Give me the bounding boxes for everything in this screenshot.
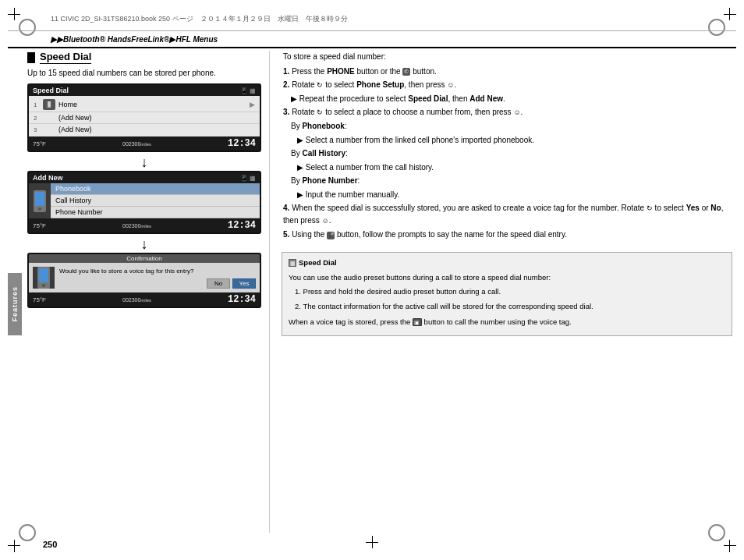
breadcrumb-text: ▶▶Bluetooth® HandsFreeLink®▶HFL Menus bbox=[51, 35, 218, 44]
step4-yes: Yes bbox=[686, 204, 700, 212]
step1-bold: PHONE bbox=[327, 67, 355, 76]
screen3-header: Confirmation bbox=[29, 254, 260, 263]
mic-button-icon: 🎤 bbox=[327, 232, 335, 239]
step3-phonebook-detail: ▶ Select a number from the linked cell p… bbox=[283, 134, 732, 147]
step2-num: 2. bbox=[283, 80, 292, 89]
top-header: 11 CIVIC 2D_SI-31TS86210.book 250 ページ ２０… bbox=[8, 8, 736, 31]
screen1-time: 12:34 bbox=[228, 138, 256, 149]
screen-confirmation: Confirmation Would you like to store a v… bbox=[27, 253, 261, 308]
confirm-yes-button[interactable]: Yes bbox=[232, 278, 256, 289]
step2-sub-add-new: Add New bbox=[469, 94, 503, 103]
screen-speed-dial: Speed Dial 📱 ▦ 1 Home ▶ 2 bbox=[27, 83, 261, 152]
arrow-down-2: ↓ bbox=[27, 237, 261, 251]
step4-no: No bbox=[710, 204, 721, 212]
screen1-row1: 1 Home ▶ bbox=[29, 97, 260, 112]
confirm-no-button[interactable]: No bbox=[207, 278, 230, 289]
voice-button-icon: ▣ bbox=[413, 318, 422, 326]
screen1-miles: 002300miles bbox=[122, 141, 151, 147]
step2-sub: ▶ Repeat the procedure to select Speed D… bbox=[283, 93, 732, 105]
arrow-down-1: ↓ bbox=[27, 155, 261, 169]
screen1-footer: 75°F 002300miles 12:34 bbox=[29, 136, 260, 151]
confirm-buttons: No Yes bbox=[59, 278, 256, 289]
svg-rect-2 bbox=[35, 192, 44, 206]
sidebar-note: ▦ Speed Dial You can use the audio prese… bbox=[282, 252, 732, 336]
step1-text: Press the PHONE button or the ✆ button. bbox=[292, 67, 437, 76]
step3-by-phonebook: By Phonebook: bbox=[283, 120, 732, 133]
step5-num: 5. bbox=[283, 230, 292, 239]
screen2-header: Add New 📱 ▦ bbox=[29, 172, 260, 183]
row1-arrow: ▶ bbox=[250, 101, 255, 108]
row2-label: (Add New) bbox=[43, 114, 255, 122]
right-column: To store a speed dial number: 1. Press t… bbox=[269, 51, 732, 533]
corner-mark-br bbox=[724, 540, 736, 552]
sidebar-note-p1: You can use the audio preset buttons dur… bbox=[289, 272, 725, 283]
screen1-temp: 75°F bbox=[33, 140, 46, 147]
svg-point-3 bbox=[38, 207, 41, 211]
screen2-menu: Phonebook Call History Phone Number bbox=[51, 183, 260, 218]
confirm-text: Would you like to store a voice tag for … bbox=[59, 267, 256, 275]
screen3-body: Would you like to store a voice tag for … bbox=[29, 263, 260, 292]
step4-press-icon: ☺ bbox=[321, 217, 328, 225]
step3-callhistory-detail: ▶ Select a number from the call history. bbox=[283, 161, 732, 174]
screen3-footer: 75°F 002300miles 12:34 bbox=[29, 292, 260, 307]
sidebar-note-title-row: ▦ Speed Dial bbox=[289, 257, 725, 268]
breadcrumb: ▶▶Bluetooth® HandsFreeLink®▶HFL Menus bbox=[8, 31, 736, 48]
step2-bold: Phone Setup bbox=[356, 80, 404, 89]
menu-callhistory: Call History bbox=[51, 195, 260, 207]
screen3-content: Would you like to store a voice tag for … bbox=[59, 267, 256, 289]
left-column: Speed Dial Up to 15 speed dial numbers c… bbox=[27, 51, 269, 533]
icon-phone-small: 📱 bbox=[240, 87, 248, 94]
step2-text: Rotate ↻ to select Phone Setup, then pre… bbox=[292, 80, 456, 89]
features-tab-label: Features bbox=[11, 286, 19, 322]
phonenumber-bold: Phone Number bbox=[302, 176, 357, 185]
screen2-icon-signal: ▦ bbox=[250, 175, 256, 182]
screen1-row3: 3 (Add New) bbox=[29, 124, 260, 135]
step2-sub-speed-dial: Speed Dial bbox=[408, 94, 448, 103]
menu-phonebook: Phonebook bbox=[51, 183, 260, 195]
corner-mark-bl bbox=[8, 540, 20, 552]
step1: 1. Press the PHONE button or the ✆ butto… bbox=[283, 66, 732, 78]
screen2-time: 12:34 bbox=[228, 220, 256, 231]
row1-num: 1 bbox=[34, 101, 43, 108]
screen1-header: Speed Dial 📱 ▦ bbox=[29, 85, 260, 96]
screen2-miles: 002300miles bbox=[122, 223, 151, 229]
screen2-icons: 📱 ▦ bbox=[240, 175, 256, 182]
menu-phonenumber: Phone Number bbox=[51, 207, 260, 218]
screen2-temp: 75°F bbox=[33, 222, 46, 229]
sidebar-note-p2: 1. Press and hold the desired audio pres… bbox=[295, 286, 725, 297]
steps-section: To store a speed dial number: 1. Press t… bbox=[282, 51, 732, 241]
section-title-text: Speed Dial bbox=[40, 51, 91, 64]
callhistory-bold: Call History bbox=[302, 149, 345, 158]
step2-press-icon: ☺ bbox=[447, 81, 454, 89]
sidebar-note-p4: When a voice tag is stored, press the ▣ … bbox=[289, 317, 725, 328]
svg-rect-5 bbox=[39, 268, 48, 282]
screen3-title: Confirmation bbox=[126, 255, 161, 262]
step3-by-phonenumber: By Phone Number: bbox=[283, 175, 732, 187]
main-content: Speed Dial Up to 15 speed dial numbers c… bbox=[27, 51, 732, 533]
step5-text: Using the 🎤 button, follow the prompts t… bbox=[292, 230, 567, 239]
step3-num: 3. bbox=[283, 108, 292, 116]
screen2-footer: 75°F 002300miles 12:34 bbox=[29, 218, 260, 232]
row2-num: 2 bbox=[34, 115, 43, 122]
step3: 3. Rotate ↻ to select a place to choose … bbox=[283, 106, 732, 119]
screen1-icons: 📱 ▦ bbox=[240, 87, 256, 94]
step2-rotate-icon: ↻ bbox=[317, 81, 323, 89]
step1-num: 1. bbox=[283, 67, 292, 76]
screen1-body: 1 Home ▶ 2 (Add New) 3 (Add New) bbox=[29, 96, 260, 136]
step5: 5. Using the 🎤 button, follow the prompt… bbox=[283, 229, 732, 241]
screen2-icon-phone: 📱 bbox=[240, 175, 248, 182]
phonebook-bold: Phonebook bbox=[302, 122, 344, 130]
step3-rotate-icon: ↻ bbox=[317, 108, 323, 116]
screen3-phone-icon bbox=[33, 267, 55, 289]
sidebar-note-p3: 2. The contact information for the activ… bbox=[295, 301, 725, 312]
center-crosshair-bottom bbox=[366, 536, 378, 548]
screen3-time: 12:34 bbox=[228, 294, 256, 305]
screen1-row2: 2 (Add New) bbox=[29, 112, 260, 124]
features-tab: Features bbox=[8, 273, 22, 335]
step4-num: 4. bbox=[283, 204, 292, 212]
row3-label: (Add New) bbox=[43, 126, 255, 133]
page-number: 250 bbox=[43, 540, 57, 549]
svg-point-6 bbox=[42, 284, 45, 287]
title-box-icon bbox=[27, 52, 35, 63]
step4-text: When the speed dial is successfully stor… bbox=[283, 204, 723, 225]
